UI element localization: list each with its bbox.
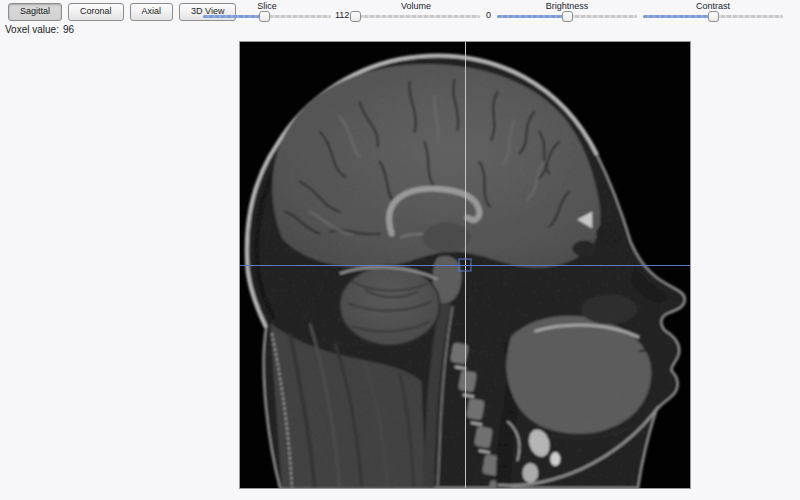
slice-slider-label: Slice	[203, 1, 331, 11]
slice-slider-fill	[203, 15, 264, 18]
volume-slider-group: Volume	[352, 0, 480, 24]
toolbar: Sagittal Coronal Axial 3D View Slice 112…	[0, 0, 800, 38]
brightness-slider-fill	[497, 15, 567, 18]
contrast-slider-track[interactable]	[643, 15, 783, 18]
slice-value-label: 112	[335, 10, 349, 20]
slice-slider-group: Slice	[203, 0, 331, 24]
volume-slider-label: Volume	[352, 1, 480, 11]
volume-value-label: 0	[486, 10, 491, 20]
brightness-slider-label: Brightness	[497, 1, 637, 11]
slice-slider-track[interactable]	[203, 15, 331, 18]
volume-slider-track[interactable]	[352, 15, 480, 18]
voxel-value: 96	[63, 24, 74, 35]
crosshair-center-box[interactable]	[459, 258, 472, 271]
contrast-slider-thumb[interactable]	[708, 11, 719, 22]
volume-slider-thumb[interactable]	[350, 11, 361, 22]
mri-viewer-app: Sagittal Coronal Axial 3D View Slice 112…	[0, 0, 800, 500]
axial-view-button[interactable]: Axial	[130, 3, 174, 21]
slice-slider-thumb[interactable]	[259, 11, 270, 22]
contrast-slider-label: Contrast	[643, 1, 783, 11]
brightness-slider-group: Brightness	[497, 0, 637, 24]
sagittal-view-button[interactable]: Sagittal	[8, 3, 62, 21]
voxel-value-label: Voxel value:	[5, 24, 59, 35]
voxel-value-readout: Voxel value:96	[5, 24, 74, 35]
contrast-slider-fill	[643, 15, 713, 18]
slice-viewport[interactable]	[239, 41, 691, 489]
brightness-slider-thumb[interactable]	[562, 11, 573, 22]
brightness-slider-track[interactable]	[497, 15, 637, 18]
contrast-slider-group: Contrast	[643, 0, 783, 24]
coronal-view-button[interactable]: Coronal	[68, 3, 124, 21]
